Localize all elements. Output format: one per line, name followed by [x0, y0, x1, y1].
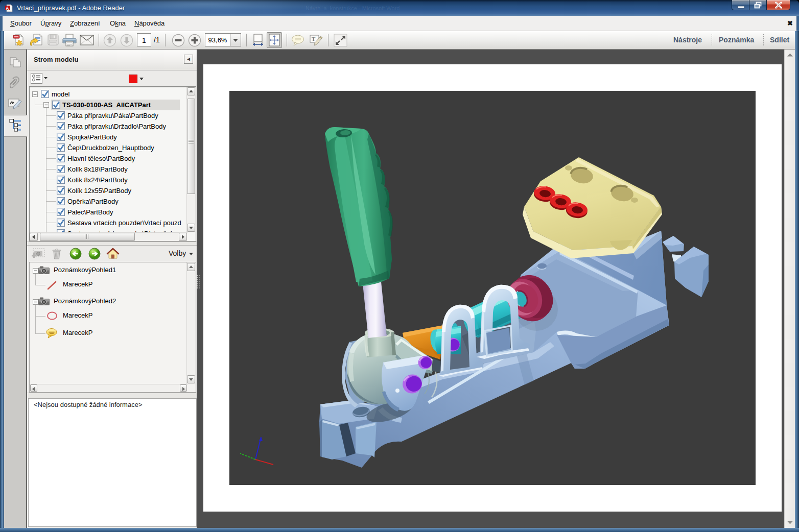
- svg-text:A: A: [6, 6, 9, 11]
- svg-text:T: T: [312, 36, 316, 42]
